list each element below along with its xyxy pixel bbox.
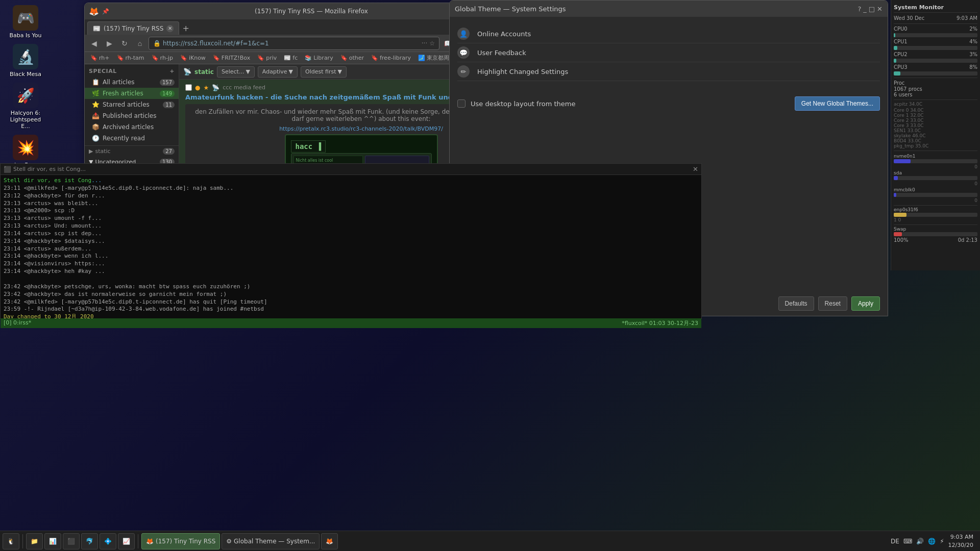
mmcblk-disk: mmcblk0 <box>894 187 977 197</box>
new-tab-button[interactable]: + <box>179 21 192 35</box>
bookmark-library[interactable]: 📚 Library <box>302 54 336 62</box>
taskbar-firefox2-btn[interactable]: 🦊 <box>321 533 338 549</box>
settings-online-accounts[interactable]: 👤 Online Accounts <box>457 24 880 43</box>
network-icon[interactable]: 🌐 <box>928 538 936 545</box>
all-articles-item[interactable]: 📋 All articles 157 <box>85 77 179 88</box>
taskbar-file-manager[interactable]: 📁 <box>26 533 43 549</box>
ttrss-tab[interactable]: 📰 (157) Tiny Tiny RSS ✕ <box>87 21 179 35</box>
term-status-right: *fluxcoil* 01:03 30-12月-23 <box>622 319 698 327</box>
user-feedback-label: User Feedback <box>477 49 526 57</box>
get-themes-button[interactable]: Get New Global Themes... <box>795 96 880 111</box>
term-line-7: 23:13 <arctus> Und: umount... <box>4 222 698 230</box>
desktop-layout-checkbox[interactable] <box>457 99 465 108</box>
taskbar-clock[interactable]: 9:03 AM 12/30/20 <box>948 533 973 549</box>
settings-close-icon[interactable]: ✕ <box>877 5 883 13</box>
taskbar-ksysguard[interactable]: 📈 <box>118 533 135 549</box>
desktop-icon-blackmesa[interactable]: 🔬 Black Mesa <box>5 44 46 78</box>
bookmark-fc[interactable]: 📰 fc <box>281 54 301 62</box>
bookmark-freelibrary[interactable]: 🔖 free-library <box>368 54 414 62</box>
article-1-checkbox[interactable] <box>185 84 192 91</box>
clock-date: 12/30/20 <box>948 541 973 549</box>
published-articles-item[interactable]: 📤 Published articles <box>85 110 179 121</box>
procs-label: Proc <box>894 80 904 86</box>
firefox-pin-icon[interactable]: 📌 <box>102 8 109 15</box>
mmcblk-label: mmcblk0 <box>894 187 977 192</box>
cpu0-value: 2% <box>969 26 977 32</box>
volume-icon[interactable]: 🔊 <box>916 538 924 545</box>
terminal-content[interactable]: Stell dir vor, es ist Cong... 23:11 <@mi… <box>1 175 701 318</box>
starred-icon: ⭐ <box>92 101 100 108</box>
bookmark-other[interactable]: 🔖 other <box>337 54 367 62</box>
published-icon: 📤 <box>92 112 100 119</box>
settings-taskbar-label: Global Theme — System... <box>234 538 315 545</box>
mem-label: Swap <box>894 227 977 232</box>
terminal-title: Stell dir vor, es ist Cong... <box>13 166 691 172</box>
bookmark-priv[interactable]: 🔖 priv <box>254 54 280 62</box>
term-line-8: 23:14 <arctus> scp ist dep... <box>4 230 698 238</box>
sysmon-procs: Proc 1067 procs 6 users <box>894 78 977 97</box>
bookmark-fritz[interactable]: 🔖 FRITZ!Box <box>210 54 253 62</box>
reload-button[interactable]: ↻ <box>118 37 131 50</box>
halcyon-icon: 🚀 <box>13 83 38 108</box>
static-category-header[interactable]: ▶ static 27 <box>85 146 179 157</box>
firefox-taskbar-icon: 🦊 <box>146 538 154 545</box>
bookmark-iknow[interactable]: 🔖 iKnow <box>177 54 209 62</box>
fresh-label: Fresh articles <box>103 90 143 97</box>
settings-max-icon[interactable]: □ <box>869 5 875 13</box>
settings-help-icon[interactable]: ? <box>857 5 861 13</box>
special-label: Special <box>89 68 117 74</box>
url-text: https://rss2.fluxcoil.net/#f=1&c=1 <box>163 40 420 47</box>
archived-articles-item[interactable]: 📦 Archived articles <box>85 121 179 133</box>
desktop-icon-halcyon[interactable]: 🚀 Halcyon 6: Lightspeed E... <box>5 83 46 130</box>
taskbar-firefox-btn[interactable]: 🦊 (157) Tiny Tiny RSS <box>141 533 220 549</box>
settings-highlight-changed[interactable]: ✏️ Highlight Changed Settings <box>457 62 880 81</box>
taskbar-powershell[interactable]: 💠 <box>100 533 116 549</box>
battery-icon[interactable]: ⚡ <box>940 538 944 545</box>
term-line-15: 23:42 <@hackbyte> petschge, urs, wonka: … <box>4 283 698 291</box>
lang-indicator[interactable]: DE <box>891 538 899 545</box>
recently-read-item[interactable]: 🕐 Recently read <box>85 133 179 144</box>
terminal-close[interactable]: ✕ <box>693 165 698 173</box>
nvme-io: 0 <box>894 164 977 169</box>
starred-articles-item[interactable]: ⭐ Starred articles 11 <box>85 99 179 110</box>
pkgtmp-row: pkg_tmp 35.0C <box>894 143 977 148</box>
terminal-titlebar: ⬛ Stell dir vor, es ist Cong... ✕ <box>1 164 701 175</box>
add-feed-icon[interactable]: + <box>169 68 175 74</box>
ttrss-tab-close[interactable]: ✕ <box>166 25 174 32</box>
sysmon-network: enp0s31f6 1 0 <box>894 205 977 222</box>
back-button[interactable]: ◀ <box>87 37 101 50</box>
apply-button[interactable]: Apply <box>851 296 880 311</box>
urlbar[interactable]: 🔒 https://rss2.fluxcoil.net/#f=1&c=1 ···… <box>149 37 439 50</box>
adaptive-dropdown[interactable]: Adaptive ▼ <box>258 66 298 78</box>
reset-button[interactable]: Reset <box>818 296 847 311</box>
desktop-icon-baba[interactable]: 🎮 Baba Is You <box>5 5 46 39</box>
forward-button[interactable]: ▶ <box>103 37 116 50</box>
select-dropdown[interactable]: Select... ▼ <box>217 66 255 78</box>
desktop-layout-label: Use desktop layout from theme <box>471 100 575 108</box>
starred-count: 11 <box>163 102 175 108</box>
oldest-first-dropdown[interactable]: Oldest first ▼ <box>301 66 347 78</box>
settings-min-icon[interactable]: _ <box>863 5 867 13</box>
clock-time: 9:03 AM <box>948 533 973 541</box>
select-label: Select... <box>222 68 244 75</box>
taskbar-sep-1 <box>22 534 23 548</box>
term-line-11: 23:14 <@hackbyte> wenn ich l... <box>4 253 698 260</box>
article-1-read-icon[interactable]: ● <box>195 84 200 91</box>
taskbar-konsole[interactable]: ⬛ <box>63 533 80 549</box>
cpu0-bar <box>894 33 977 37</box>
app-menu-button[interactable]: 🐧 <box>3 533 19 549</box>
taskbar: 🐧 📁 📊 ⬛ 🐬 💠 📈 🦊 (157) Tiny Tiny RSS ⚙️ G… <box>0 531 980 551</box>
fresh-articles-item[interactable]: 🌿 Fresh articles 149 <box>85 88 179 99</box>
bookmark-rhtam[interactable]: 🔖 rh-tam <box>114 54 148 62</box>
defaults-button[interactable]: Defaults <box>778 296 814 311</box>
taskbar-dolphin[interactable]: 🐬 <box>81 533 98 549</box>
article-1-star-icon[interactable]: ★ <box>203 84 209 91</box>
home-button[interactable]: ⌂ <box>133 37 146 50</box>
settings-user-feedback[interactable]: 💬 User Feedback <box>457 43 880 62</box>
taskbar-taskman[interactable]: 📊 <box>44 533 61 549</box>
bookmark-rh[interactable]: 🔖 rh+ <box>87 54 113 62</box>
taskbar-settings-btn[interactable]: ⚙️ Global Theme — System... <box>222 533 320 549</box>
bookmark-rhjp[interactable]: 🔖 rh-jp <box>149 54 176 62</box>
bookmark-star-icon[interactable]: ☆ <box>429 40 435 47</box>
keyboard-icon[interactable]: ⌨️ <box>903 538 912 545</box>
